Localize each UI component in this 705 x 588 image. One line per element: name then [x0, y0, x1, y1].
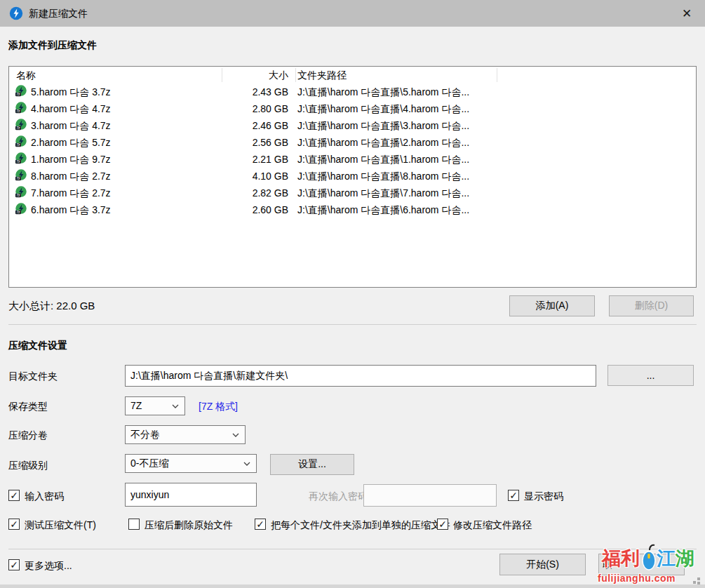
start-button[interactable]: 开始(S) [499, 554, 586, 575]
file-path: J:\直播\harom 다솜直播\6.harom 다솜... [297, 201, 469, 218]
file-name: 3.harom 다솜 4.7z [31, 120, 111, 131]
file-name-cell: 7z6.harom 다솜 3.7z [15, 201, 111, 218]
table-row[interactable]: 7z7.harom 다솜 2.7z 2.82 GB J:\直播\harom 다솜… [9, 185, 696, 201]
file-list-header: 名称 大小 文件夹路径 [9, 67, 696, 83]
window-title: 新建压缩文件 [29, 8, 88, 20]
show-password-label[interactable]: 显示密码 [524, 490, 563, 503]
file-name: 5.harom 다솜 3.7z [31, 86, 111, 98]
table-row[interactable]: 7z6.harom 다솜 3.7z 2.60 GB J:\直播\harom 다솜… [9, 201, 696, 218]
level-dropdown[interactable]: 0-不压缩 [125, 454, 257, 473]
svg-text:7z: 7z [16, 109, 20, 113]
file-list-rows: 7z5.harom 다솜 3.7z 2.43 GB J:\直播\harom 다솜… [9, 83, 696, 218]
svg-text:7z: 7z [16, 211, 20, 214]
file-path: J:\直播\harom 다솜直播\2.harom 다솜... [297, 134, 469, 151]
archive-7z-icon: 7z [15, 119, 27, 131]
separate-archives-label[interactable]: 把每个文件/文件夹添加到单独的压缩文件 [271, 519, 450, 532]
svg-text:7z: 7z [16, 177, 20, 180]
chevron-down-icon [243, 462, 250, 466]
archive-7z-icon: 7z [15, 186, 27, 199]
level-settings-button[interactable]: 设置... [270, 454, 354, 475]
column-header-name[interactable]: 名称 [16, 69, 36, 82]
separate-archives-checkbox[interactable] [255, 519, 266, 530]
table-row[interactable]: 7z4.harom 다솜 4.7z 2.80 GB J:\直播\harom 다솜… [9, 100, 696, 117]
test-archive-label[interactable]: 测试压缩文件(T) [25, 519, 96, 532]
total-size-label: 大小总计: 22.0 GB [8, 300, 95, 313]
target-folder-input[interactable] [125, 365, 596, 387]
file-name-cell: 7z3.harom 다솜 4.7z [15, 117, 111, 134]
footer-divider [8, 549, 697, 549]
mouse-icon [640, 543, 658, 571]
volume-dropdown[interactable]: 不分卷 [125, 425, 246, 444]
save-type-dropdown[interactable]: 7Z [125, 396, 185, 415]
target-folder-label: 目标文件夹 [8, 370, 58, 383]
table-row[interactable]: 7z5.harom 다솜 3.7z 2.43 GB J:\直播\harom 다솜… [9, 83, 696, 100]
close-icon[interactable]: ✕ [678, 6, 695, 22]
confirm-password-input [363, 484, 497, 507]
chevron-down-icon [172, 404, 179, 408]
modify-path-label[interactable]: 修改压缩文件路径 [453, 519, 532, 532]
table-row[interactable]: 7z2.harom 다솜 5.7z 2.56 GB J:\直播\harom 다솜… [9, 134, 696, 151]
bandizip-app-icon [9, 6, 23, 20]
archive-7z-icon: 7z [15, 152, 27, 165]
file-name: 4.harom 다솜 4.7z [31, 103, 111, 114]
svg-text:7z: 7z [16, 160, 20, 163]
file-name: 6.harom 다솜 3.7z [31, 204, 111, 215]
watermark-domain: fulijianghu.com [598, 573, 676, 584]
modify-path-checkbox[interactable] [437, 519, 448, 530]
file-name-cell: 7z8.harom 다솜 2.7z [15, 168, 111, 185]
column-separator[interactable] [295, 68, 296, 82]
column-header-size[interactable]: 大小 [215, 69, 288, 82]
show-password-checkbox[interactable] [508, 490, 519, 501]
watermark-decoration [697, 582, 700, 584]
file-size: 2.46 GB [215, 117, 288, 134]
file-size: 2.82 GB [215, 185, 288, 201]
archive-7z-icon: 7z [15, 102, 27, 114]
file-size: 2.21 GB [215, 151, 288, 168]
file-path: J:\直播\harom 다솜直播\5.harom 다솜... [297, 83, 469, 100]
file-size: 4.10 GB [215, 168, 288, 185]
save-type-value: 7Z [130, 400, 142, 411]
new-archive-dialog: 新建压缩文件 ✕ 添加文件到压缩文件 名称 大小 文件夹路径 7z5.harom… [0, 0, 705, 588]
table-row[interactable]: 7z8.harom 다솜 2.7z 4.10 GB J:\直播\harom 다솜… [9, 168, 696, 185]
titlebar: 新建压缩文件 ✕ [0, 0, 705, 27]
add-button[interactable]: 添加(A) [509, 295, 595, 316]
save-type-label: 保存类型 [8, 401, 48, 413]
column-header-path[interactable]: 文件夹路径 [297, 69, 347, 82]
table-row[interactable]: 7z1.harom 다솜 9.7z 2.21 GB J:\直播\harom 다솜… [9, 151, 696, 168]
level-value: 0-不压缩 [130, 457, 168, 469]
column-separator[interactable] [222, 68, 222, 82]
format-link[interactable]: [7Z 格式] [199, 401, 238, 413]
file-path: J:\直播\harom 다솜直播\4.harom 다솜... [297, 100, 469, 117]
file-name-cell: 7z1.harom 다솜 9.7z [15, 151, 111, 168]
archive-7z-icon: 7z [15, 85, 27, 98]
password-checkbox[interactable] [8, 490, 20, 501]
file-path: J:\直播\harom 다솜直播\3.harom 다솜... [297, 117, 469, 134]
browse-button[interactable]: ... [607, 365, 694, 386]
file-name: 8.harom 다솜 2.7z [31, 171, 111, 182]
delete-original-checkbox[interactable] [128, 519, 140, 530]
more-options-label[interactable]: 更多选项... [25, 560, 72, 573]
password-checkbox-label[interactable]: 输入密码 [25, 490, 64, 503]
svg-text:7z: 7z [16, 93, 20, 96]
archive-settings-heading: 压缩文件设置 [8, 340, 67, 352]
archive-7z-icon: 7z [15, 135, 27, 148]
file-path: J:\直播\harom 다솜直播\7.harom 다솜... [297, 185, 469, 201]
level-label: 压缩级别 [8, 460, 48, 472]
password-input[interactable] [125, 483, 257, 507]
column-separator[interactable] [497, 68, 497, 82]
file-name: 2.harom 다솜 5.7z [31, 137, 111, 148]
delete-original-label[interactable]: 压缩后删除原始文件 [145, 519, 233, 532]
watermark-decoration [693, 581, 696, 584]
table-row[interactable]: 7z3.harom 다솜 4.7z 2.46 GB J:\直播\harom 다솜… [9, 117, 696, 134]
volume-value: 不分卷 [130, 429, 160, 440]
watermark-decoration [697, 577, 700, 580]
file-list[interactable]: 名称 大小 文件夹路径 7z5.harom 다솜 3.7z 2.43 GB J:… [8, 66, 697, 288]
file-size: 2.56 GB [215, 134, 288, 151]
test-archive-checkbox[interactable] [8, 519, 20, 530]
file-name: 1.harom 다솜 9.7z [31, 154, 111, 165]
file-path: J:\直播\harom 다솜直播\8.harom 다솜... [297, 168, 469, 185]
file-name-cell: 7z5.harom 다솜 3.7z [15, 83, 111, 100]
file-name: 7.harom 다솜 2.7z [31, 187, 111, 199]
more-options-checkbox[interactable] [8, 559, 20, 570]
confirm-password-label: 再次输入密码 [309, 490, 368, 503]
